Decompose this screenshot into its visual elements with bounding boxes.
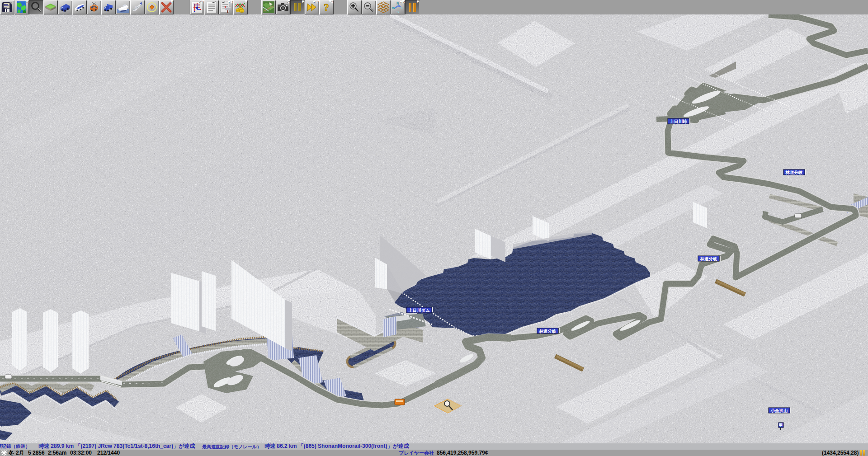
svg-text:?: ? xyxy=(324,1,329,13)
svg-text:S: S xyxy=(396,10,399,13)
svg-text:甲: 甲 xyxy=(779,423,783,428)
svg-text:小金沢山: 小金沢山 xyxy=(770,408,788,413)
svg-text:林道分岐: 林道分岐 xyxy=(700,256,718,261)
svg-text:上日川ダム: 上日川ダム xyxy=(408,308,430,313)
svg-text:上日川峠: 上日川峠 xyxy=(670,119,688,124)
svg-text:E: E xyxy=(401,6,404,10)
svg-text:林道分岐: 林道分岐 xyxy=(785,170,803,175)
svg-text:林道分岐: 林道分岐 xyxy=(539,329,557,334)
